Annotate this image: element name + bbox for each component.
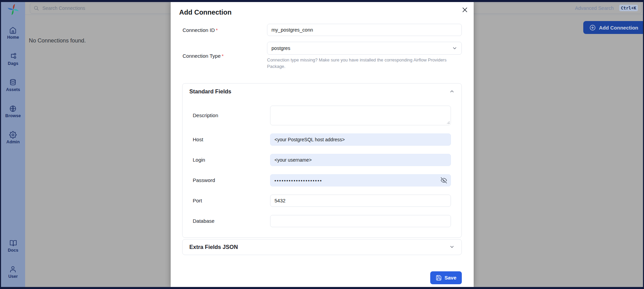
chevron-down-icon	[452, 46, 457, 51]
description-textarea[interactable]	[270, 106, 451, 125]
port-label: Port	[193, 198, 270, 203]
login-row: Login <your username>	[193, 154, 451, 166]
connection-type-value: postgres	[271, 46, 290, 51]
save-button[interactable]: Save	[430, 271, 462, 284]
description-row: Description	[193, 106, 451, 125]
save-disk-icon	[436, 275, 442, 281]
password-input[interactable]: ••••••••••••••••••••	[270, 174, 451, 186]
database-label: Database	[193, 218, 270, 224]
toggle-password-visibility-button[interactable]	[439, 176, 449, 185]
database-row: Database	[193, 215, 451, 227]
close-icon[interactable]	[461, 6, 468, 13]
login-input[interactable]: <your username>	[270, 154, 451, 166]
host-label: Host	[193, 137, 270, 142]
modal-title: Add Connection	[179, 7, 462, 17]
connection-id-row: Connection ID*	[178, 24, 462, 36]
description-field	[270, 106, 451, 125]
extra-fields-title: Extra Fields JSON	[189, 244, 238, 250]
host-row: Host <your PostgreSQL host address>	[193, 133, 451, 146]
chevron-up-icon	[449, 89, 455, 94]
connection-type-row: Connection Type* postgres Connection typ…	[178, 42, 462, 70]
password-masked-value: ••••••••••••••••••••	[274, 178, 322, 183]
required-mark: *	[222, 53, 224, 59]
save-label: Save	[444, 275, 456, 281]
extra-fields-header[interactable]: Extra Fields JSON	[183, 239, 461, 255]
standard-fields-title: Standard Fields	[189, 88, 231, 95]
connection-id-label: Connection ID*	[178, 27, 267, 33]
connection-type-label: Connection Type*	[178, 53, 267, 59]
host-input[interactable]: <your PostgreSQL host address>	[270, 133, 451, 146]
login-value: <your username>	[274, 157, 312, 163]
standard-fields-section: Standard Fields Description Ho	[182, 83, 462, 238]
connection-id-input[interactable]	[267, 24, 462, 36]
extra-fields-section: Extra Fields JSON	[182, 239, 462, 255]
port-input[interactable]	[270, 195, 451, 207]
eye-off-icon	[441, 177, 447, 183]
description-label: Description	[193, 112, 270, 118]
required-mark: *	[216, 27, 218, 33]
standard-fields-header[interactable]: Standard Fields	[183, 84, 461, 98]
password-label: Password	[193, 177, 270, 183]
database-input[interactable]	[270, 215, 451, 227]
host-value: <your PostgreSQL host address>	[274, 137, 345, 142]
port-row: Port	[193, 195, 451, 207]
app-window: Home Dags Assets Browse Admin	[0, 0, 644, 289]
modal-footer: Save	[178, 271, 462, 284]
standard-fields-body: Description Host <your PostgreSQL host a…	[183, 106, 461, 237]
connection-type-helper: Connection type missing? Make sure you h…	[267, 57, 462, 70]
password-row: Password ••••••••••••••••••••	[193, 174, 451, 186]
login-label: Login	[193, 157, 270, 163]
add-connection-modal: Add Connection Connection ID* Connection…	[171, 2, 474, 287]
chevron-down-icon	[449, 244, 455, 250]
connection-type-select[interactable]: postgres	[267, 42, 462, 55]
